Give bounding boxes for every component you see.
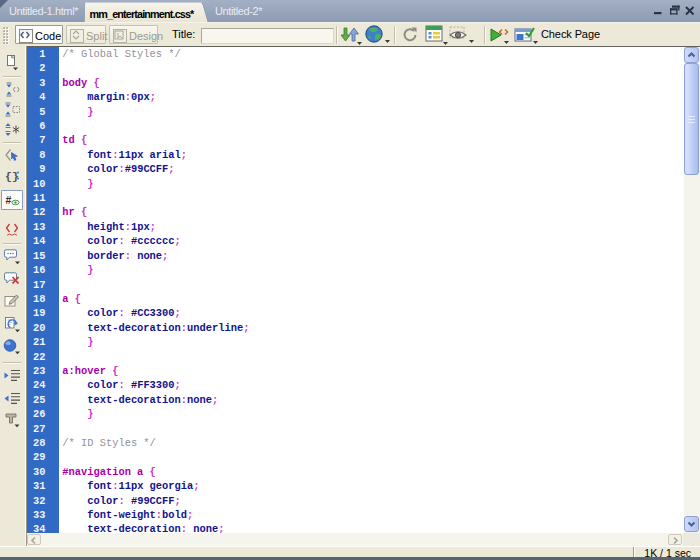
svg-text:#: # — [6, 194, 12, 206]
svg-text:{}: {} — [5, 169, 19, 182]
